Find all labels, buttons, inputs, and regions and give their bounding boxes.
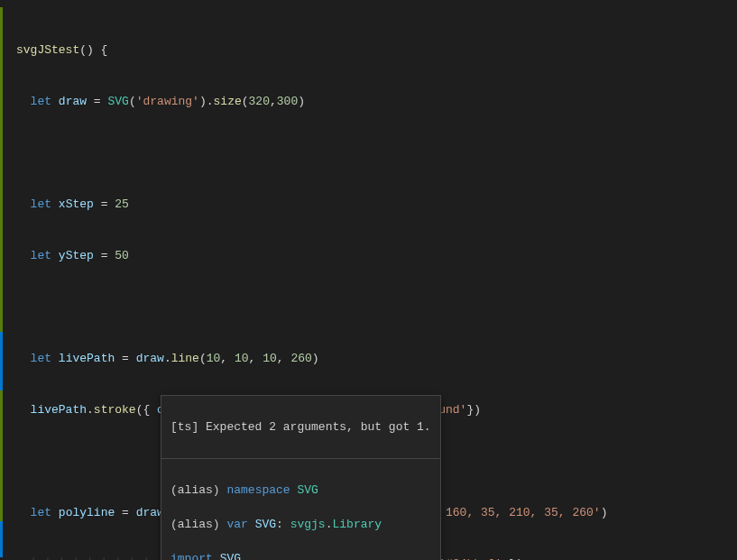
hover-alias-var: (alias) var SVG: svgjs.Library [170,516,431,533]
hover-import-line: import SVG [170,550,431,560]
hover-alias-namespace: (alias) namespace SVG [170,482,431,499]
hover-tooltip: [ts] Expected 2 arguments, but got 1. (a… [161,395,441,560]
fn-name: svgJStest [16,43,79,57]
hover-error-line: [ts] Expected 2 arguments, but got 1. [170,418,431,436]
